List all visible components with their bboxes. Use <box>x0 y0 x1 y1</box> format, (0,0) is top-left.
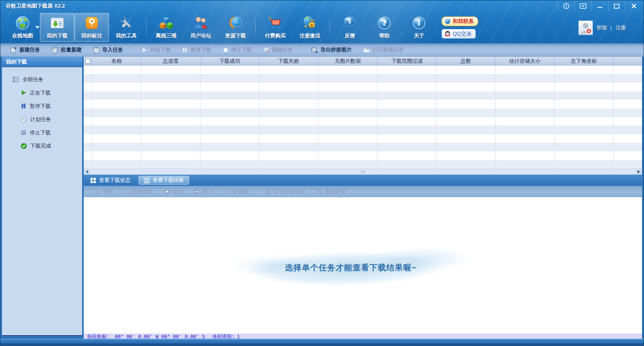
toolbar-item-my-downloads[interactable]: 我的下载 <box>40 13 74 42</box>
scrollbar-grip[interactable] <box>361 170 365 173</box>
minimize-button[interactable] <box>591 0 608 12</box>
table-row[interactable] <box>84 66 642 74</box>
zoom-out-button[interactable]: 缩小 <box>188 188 218 195</box>
sidebar-item-paused[interactable]: 暂停下载 <box>2 99 82 113</box>
full-view-button[interactable]: 全视图 <box>218 188 253 195</box>
toolbar-separator <box>255 15 256 40</box>
new-task-icon <box>10 47 17 54</box>
globe-online-icon <box>15 14 30 31</box>
column-header-3[interactable]: 下载失败 <box>259 57 318 66</box>
export-stitched-image-button-2[interactable]: 导出拼接图片 <box>260 188 311 195</box>
start-download-button[interactable]: 开始下载 <box>136 46 176 54</box>
avatar[interactable] <box>578 21 593 35</box>
toolbar-item-user-forum[interactable]: 用户论坛 <box>184 13 218 42</box>
sidebar-item-scheduled[interactable]: 计划任务 <box>2 113 82 126</box>
toolbar-item-resource-download[interactable]: 资源下载 <box>218 13 253 42</box>
table-row[interactable] <box>84 109 642 117</box>
select-all-checkbox[interactable] <box>85 59 90 64</box>
sidebar-item-completed[interactable]: 下载完成 <box>2 139 82 152</box>
import-task-button[interactable]: 导入任务 <box>87 46 129 54</box>
grid-icon <box>90 177 96 183</box>
table-row[interactable] <box>84 143 642 151</box>
tab-download-results[interactable]: 查看下载结果 <box>138 176 189 185</box>
window-title: 谷歌卫星地图下载器 X2.2 <box>0 2 65 10</box>
column-header-7[interactable]: 估计存储大小 <box>495 57 555 66</box>
qq-chat-button[interactable]: QQ交谈 <box>442 29 476 39</box>
table-row[interactable] <box>84 160 642 169</box>
map-pin-icon <box>84 14 99 31</box>
toolbar-item-offline-3d[interactable]: 离线三维 <box>149 13 184 42</box>
chevron-down-icon[interactable] <box>35 26 39 29</box>
contact-me-button[interactable]: 和我联系 <box>442 16 478 26</box>
balloon-icon <box>444 18 451 25</box>
table-row[interactable] <box>84 100 642 108</box>
toolbar-item-help[interactable]: ? 帮助 <box>367 13 402 42</box>
zoom-out-icon <box>194 188 200 195</box>
delete-task-button[interactable]: 删除任务 <box>258 46 299 54</box>
column-header-1[interactable]: 总进度 <box>141 57 200 66</box>
sidebar-item-stopped[interactable]: 停止下载 <box>2 126 82 139</box>
paused-icon <box>21 103 27 109</box>
sidebar-item-downloading[interactable]: 正在下载 <box>2 86 82 99</box>
pan-button[interactable]: 平移 <box>89 188 118 195</box>
pause-download-button[interactable]: 暂停下载 <box>176 46 217 54</box>
view-properties-button[interactable]: 属性查看 <box>311 188 351 195</box>
window-bottom-frame <box>0 339 644 346</box>
select-all-cell <box>84 57 92 65</box>
column-header-6[interactable]: 总数 <box>437 57 495 66</box>
batch-new-button[interactable]: 批量新建 <box>46 46 87 54</box>
open-storage-dir-button[interactable]: 打开存储目录 <box>357 46 409 54</box>
close-button[interactable] <box>625 0 642 12</box>
import-task-icon <box>93 47 100 54</box>
table-row[interactable] <box>84 151 642 160</box>
info-button[interactable] <box>557 0 574 12</box>
table-row[interactable] <box>84 117 642 126</box>
column-header-5[interactable]: 下载范围过滤 <box>378 57 437 66</box>
column-header-8[interactable]: 左下角坐标 <box>555 57 613 66</box>
toolbar-item-my-annotations[interactable]: 我的标注 <box>74 13 109 42</box>
minimize-to-tray-button[interactable] <box>574 0 591 12</box>
register-link[interactable]: 注册 <box>615 24 626 31</box>
column-header-4[interactable]: 无图片数据 <box>318 57 378 66</box>
toolbar-item-feedback[interactable]: 反馈 <box>332 13 367 42</box>
login-link[interactable]: 登陆 <box>597 24 607 31</box>
toolbar-item-online-map[interactable]: 在线地图 <box>5 13 40 42</box>
tray-icon <box>580 3 586 9</box>
toolbar-separator <box>302 45 302 54</box>
zoom-in-button[interactable]: 放大 <box>159 188 188 195</box>
globe-arrow-icon <box>228 14 243 31</box>
scroll-right-button[interactable] <box>636 169 642 175</box>
task-tree: 全部任务 正在下载 暂停下载 计划任务 停止下载 <box>2 67 82 152</box>
title-bar: 谷歌卫星地图下载器 X2.2 <box>0 0 644 12</box>
tab-download-status[interactable]: 查看下载状态 <box>88 176 133 185</box>
table-row[interactable] <box>84 74 642 82</box>
new-task-button[interactable]: 新建任务 <box>4 46 46 54</box>
column-header-0[interactable]: 名称 <box>92 57 141 66</box>
folder-icon <box>363 47 370 54</box>
export-stitched-image-button[interactable]: 导出拼接图片 <box>305 46 357 54</box>
table-row[interactable] <box>84 126 642 134</box>
maximize-button[interactable] <box>608 0 625 12</box>
toolbar-item-my-tools[interactable]: 我的工具 <box>109 13 144 42</box>
svg-text:?: ? <box>382 18 387 28</box>
toolbar-item-purchase[interactable]: 付费购买 <box>258 13 293 42</box>
clock-icon <box>21 116 27 123</box>
table-row[interactable] <box>84 134 642 143</box>
horizontal-scrollbar[interactable] <box>84 169 642 175</box>
toolbar-item-about[interactable]: 关于 <box>402 13 436 42</box>
scrollbar-track[interactable] <box>90 169 636 175</box>
table-row[interactable] <box>84 83 642 91</box>
app-window: 谷歌卫星地图下载器 X2.2 <box>0 0 644 346</box>
stop-download-button[interactable]: 停止下载 <box>217 46 258 54</box>
user-avatar-icon <box>579 21 592 34</box>
empty-message: 选择单个任务才能查看下载结果喔~ <box>230 262 472 273</box>
rect-zoom-button[interactable]: 框选放大 <box>118 188 159 195</box>
close-icon <box>631 3 637 9</box>
table-row[interactable] <box>84 91 642 100</box>
column-header-2[interactable]: 下载成功 <box>200 57 259 66</box>
sidebar-item-all-tasks[interactable]: 全部任务 <box>2 73 82 86</box>
toolbar-item-activation[interactable]: 注册激活 <box>293 13 327 42</box>
table-header: 名称总进度下载成功下载失败无图片数据下载范围过滤总数估计存储大小左下角坐标 <box>84 57 642 66</box>
scroll-left-button[interactable] <box>84 169 90 175</box>
users-icon <box>193 14 208 31</box>
